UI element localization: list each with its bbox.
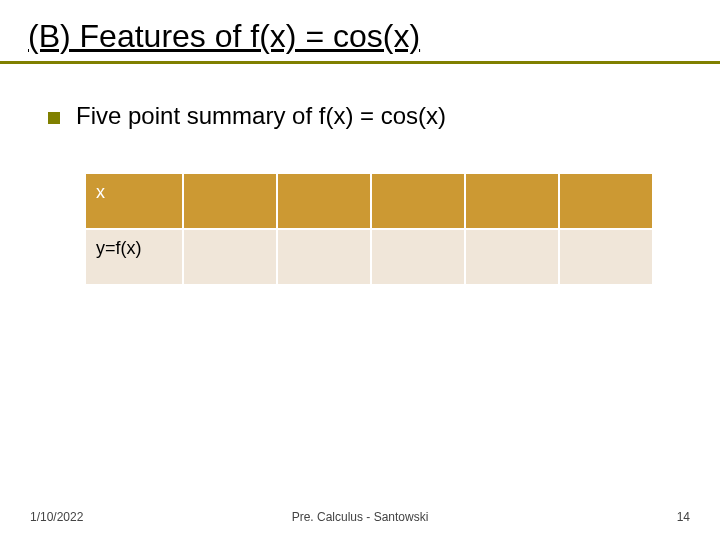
table-cell [277, 173, 371, 229]
footer-page: 14 [677, 510, 690, 524]
footer: 1/10/2022 Pre. Calculus - Santowski 14 [0, 510, 720, 524]
page-title: (B) Features of f(x) = cos(x) [28, 18, 692, 55]
table-header-cell: y=f(x) [85, 229, 183, 285]
table-cell [183, 229, 277, 285]
bullet-text: Five point summary of f(x) = cos(x) [76, 102, 446, 130]
table-row: x [85, 173, 653, 229]
table-cell [277, 229, 371, 285]
bullet-icon [48, 112, 60, 124]
table-cell [559, 173, 653, 229]
footer-center: Pre. Calculus - Santowski [292, 510, 429, 524]
table-container: x y=f(x) [48, 172, 672, 286]
table-cell [559, 229, 653, 285]
table-cell [371, 173, 465, 229]
table-cell [371, 229, 465, 285]
title-area: (B) Features of f(x) = cos(x) [0, 0, 720, 64]
table-cell [465, 173, 559, 229]
footer-date: 1/10/2022 [30, 510, 83, 524]
table-cell [183, 173, 277, 229]
table-cell [465, 229, 559, 285]
table-row: y=f(x) [85, 229, 653, 285]
table-header-cell: x [85, 173, 183, 229]
body-area: Five point summary of f(x) = cos(x) x y=… [0, 64, 720, 286]
summary-table: x y=f(x) [84, 172, 654, 286]
bullet-item: Five point summary of f(x) = cos(x) [48, 102, 672, 130]
